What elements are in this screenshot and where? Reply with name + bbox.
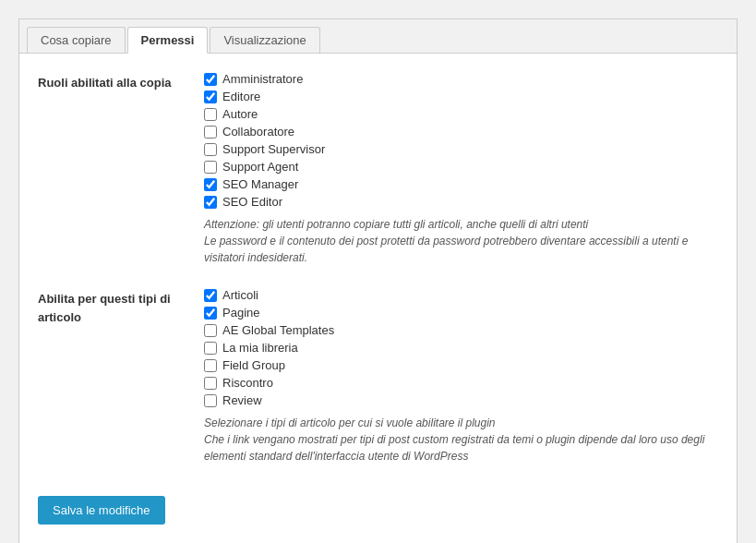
- checkbox-row-review: Review: [204, 393, 718, 407]
- checkbox-pagine[interactable]: [204, 307, 217, 320]
- checkbox-seo-editor[interactable]: [204, 196, 217, 209]
- section-tipi-articolo-content: Articoli Pagine AE Global Templates La m…: [204, 288, 718, 465]
- checkbox-label-support-agent: Support Agent: [222, 160, 298, 174]
- settings-panel: Cosa copiare Permessi Visualizzazione Ru…: [18, 18, 738, 543]
- checkbox-row-ae-global-templates: AE Global Templates: [204, 323, 718, 337]
- checkbox-label-review: Review: [222, 393, 262, 407]
- checkbox-row-la-mia-libreria: La mia libreria: [204, 341, 718, 355]
- tabs-bar: Cosa copiare Permessi Visualizzazione: [19, 19, 737, 54]
- checkbox-label-la-mia-libreria: La mia libreria: [222, 341, 298, 355]
- checkbox-label-amministratore: Amministratore: [222, 72, 303, 86]
- checkbox-row-seo-manager: SEO Manager: [204, 177, 718, 191]
- checkbox-autore[interactable]: [204, 108, 217, 121]
- checkbox-row-autore: Autore: [204, 107, 718, 121]
- save-button[interactable]: Salva le modifiche: [38, 496, 165, 525]
- checkbox-seo-manager[interactable]: [204, 178, 217, 191]
- checkbox-label-ae-global-templates: AE Global Templates: [222, 323, 334, 337]
- checkbox-label-seo-editor: SEO Editor: [222, 195, 282, 209]
- checkbox-field-group[interactable]: [204, 359, 217, 372]
- checkbox-row-articoli: Articoli: [204, 288, 718, 302]
- checkbox-row-support-agent: Support Agent: [204, 160, 718, 174]
- checkbox-riscontro[interactable]: [204, 377, 217, 390]
- tab-permessi[interactable]: Permessi: [127, 27, 209, 54]
- checkbox-label-editore: Editore: [222, 90, 260, 103]
- tipi-articolo-note: Selezionare i tipi di articolo per cui s…: [204, 415, 718, 465]
- checkbox-articoli[interactable]: [204, 289, 217, 302]
- section-tipi-articolo-label: Abilita per questi tipi di articolo: [38, 288, 204, 465]
- checkbox-row-amministratore: Amministratore: [204, 72, 718, 86]
- section-tipi-articolo: Abilita per questi tipi di articolo Arti…: [38, 288, 718, 465]
- checkbox-label-collaboratore: Collaboratore: [222, 125, 294, 139]
- checkbox-collaboratore[interactable]: [204, 126, 217, 139]
- section-ruoli-label: Ruoli abilitati alla copia: [38, 72, 204, 266]
- tab-cosa-copiare[interactable]: Cosa copiare: [27, 27, 126, 53]
- checkbox-row-editore: Editore: [204, 90, 718, 103]
- checkbox-label-support-supervisor: Support Supervisor: [222, 142, 325, 156]
- checkbox-row-field-group: Field Group: [204, 358, 718, 372]
- section-ruoli: Ruoli abilitati alla copia Amministrator…: [38, 72, 718, 266]
- checkbox-editore[interactable]: [204, 90, 217, 103]
- checkbox-row-seo-editor: SEO Editor: [204, 195, 718, 209]
- checkbox-label-pagine: Pagine: [222, 306, 259, 320]
- checkbox-label-seo-manager: SEO Manager: [222, 177, 298, 191]
- tab-content: Ruoli abilitati alla copia Amministrator…: [19, 54, 737, 543]
- checkbox-amministratore[interactable]: [204, 73, 217, 86]
- checkbox-label-articoli: Articoli: [222, 288, 258, 302]
- checkbox-la-mia-libreria[interactable]: [204, 342, 217, 355]
- checkbox-row-support-supervisor: Support Supervisor: [204, 142, 718, 156]
- checkbox-support-supervisor[interactable]: [204, 143, 217, 156]
- checkbox-row-riscontro: Riscontro: [204, 376, 718, 390]
- checkbox-label-riscontro: Riscontro: [222, 376, 273, 390]
- tab-visualizzazione[interactable]: Visualizzazione: [210, 27, 319, 53]
- section-ruoli-content: Amministratore Editore Autore Collaborat…: [204, 72, 718, 266]
- checkbox-ae-global-templates[interactable]: [204, 324, 217, 337]
- checkbox-row-collaboratore: Collaboratore: [204, 125, 718, 139]
- ruoli-note: Attenzione: gli utenti potranno copiare …: [204, 216, 718, 266]
- checkbox-review[interactable]: [204, 394, 217, 407]
- checkbox-support-agent[interactable]: [204, 161, 217, 174]
- checkbox-label-autore: Autore: [222, 107, 258, 121]
- checkbox-row-pagine: Pagine: [204, 306, 718, 320]
- checkbox-label-field-group: Field Group: [222, 358, 285, 372]
